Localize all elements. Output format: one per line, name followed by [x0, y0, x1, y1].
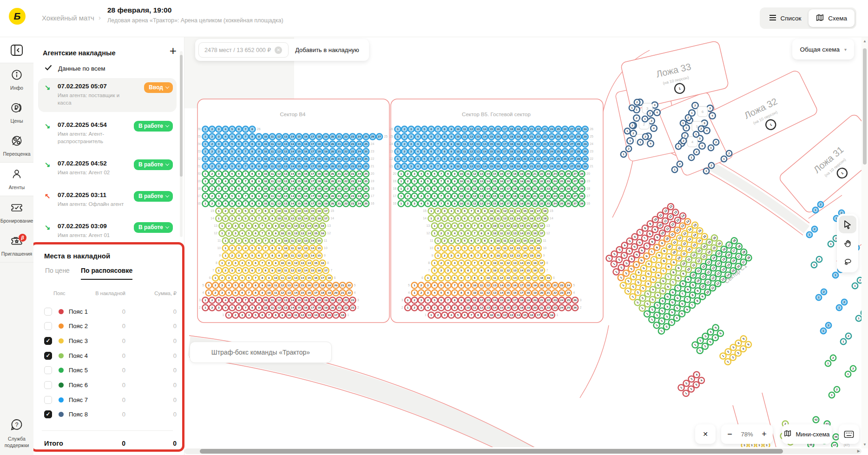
svg-text:5: 5	[354, 284, 356, 287]
svg-text:14: 14	[304, 217, 308, 220]
status-badge[interactable]: В работе	[134, 159, 173, 170]
scheme-select[interactable]: Общая схема ▾	[792, 39, 854, 59]
sidebar-item-prices[interactable]: Цены	[0, 96, 33, 129]
seat-pair[interactable]: 12	[836, 299, 847, 310]
svg-text:14: 14	[523, 246, 526, 250]
collapse-panel-icon[interactable]	[10, 44, 23, 56]
tab-by-price[interactable]: По цене	[45, 267, 70, 280]
svg-text:15: 15	[297, 150, 301, 153]
c1-yellow-ext[interactable]: 1234512345	[719, 335, 753, 366]
panel-scrollbar[interactable]	[180, 51, 183, 237]
svg-text:10: 10	[281, 261, 284, 264]
belt-checkbox[interactable]	[44, 352, 52, 360]
seat-pair[interactable]: 12	[829, 387, 840, 398]
vertical-scroll-thumb[interactable]	[863, 48, 867, 165]
sidebar-item-support[interactable]: ? Служба поддержки	[0, 418, 33, 448]
svg-text:15: 15	[317, 246, 321, 250]
belt-checkbox[interactable]	[44, 396, 52, 404]
svg-text:8: 8	[447, 187, 449, 190]
seat-pair[interactable]: 12	[845, 366, 856, 377]
invoice-row[interactable]: ↘ 07.02.2025 05:07 Имя агента: поставщик…	[38, 78, 177, 112]
view-schema-button[interactable]: Схема	[809, 9, 855, 27]
belt-checkbox[interactable]	[44, 308, 52, 316]
seating-chart[interactable]: Сектор B4Сектор B5. Гостевой сектор26261…	[184, 37, 861, 447]
c1-red-ext[interactable]: 12341234	[677, 370, 706, 398]
svg-text:21: 21	[338, 187, 341, 190]
sidebar-item-booking[interactable]: Бронирование	[0, 196, 33, 229]
svg-text:2: 2	[700, 127, 702, 130]
zoom-in-button[interactable]: +	[756, 429, 772, 439]
keyboard-shortcuts-button[interactable]	[839, 424, 859, 444]
status-badge[interactable]: Ввод	[144, 82, 173, 93]
c1-green-ext[interactable]: 1234512345	[691, 323, 725, 355]
svg-text:20: 20	[523, 142, 526, 145]
invoice-row[interactable]: ↘ 07.02.2025 03:09 Имя агента: Агент 01 …	[38, 218, 177, 245]
belt-checkbox[interactable]	[44, 337, 52, 345]
breadcrumb[interactable]: Хоккейный матч	[42, 14, 94, 22]
belt-checkbox[interactable]	[44, 381, 52, 389]
seat-pair[interactable]: 12	[825, 355, 836, 366]
close-mode-button[interactable]: ✕	[695, 424, 716, 444]
selection-input[interactable]: 2478 мест / 13 652 000 ₽ ✕	[198, 42, 289, 58]
horizontal-scroll-thumb[interactable]	[200, 449, 783, 454]
svg-text:28: 28	[577, 142, 580, 145]
horizontal-scrollbar[interactable]: ▶	[184, 448, 861, 454]
hand-icon	[843, 239, 852, 248]
add-invoice-button[interactable]: +	[170, 45, 177, 57]
pan-tool-button[interactable]	[839, 234, 856, 252]
svg-text:14: 14	[291, 157, 294, 160]
svg-text:9: 9	[258, 157, 260, 160]
minimap-button[interactable]: Мини-схема	[782, 424, 832, 444]
view-list-button[interactable]: Список	[762, 9, 809, 27]
svg-text:2: 2	[631, 124, 633, 127]
belt-checkbox[interactable]	[44, 322, 52, 330]
sidebar-item-repricing[interactable]: Переоценка	[0, 129, 33, 162]
belt-checkbox[interactable]	[44, 410, 52, 418]
seat-pair[interactable]: 12	[811, 257, 822, 268]
yandex-tickets-logo[interactable]: Б	[9, 8, 26, 25]
zoom-out-button[interactable]: −	[722, 429, 738, 439]
arena-map[interactable]: Сектор B4Сектор B5. Гостевой сектор26261…	[184, 37, 861, 447]
tab-by-belts[interactable]: По распоясовке	[81, 267, 132, 280]
svg-text:12: 12	[277, 135, 281, 138]
svg-text:19: 19	[550, 313, 553, 317]
svg-text:7: 7	[245, 202, 247, 205]
belt-checkbox[interactable]	[44, 366, 52, 374]
svg-text:4: 4	[224, 165, 226, 168]
svg-text:2: 2	[820, 203, 822, 206]
seat-pair[interactable]: 12	[821, 323, 831, 334]
sidebar-item-info[interactable]: Инфо	[0, 63, 33, 96]
clear-selection-icon[interactable]: ✕	[275, 46, 282, 54]
seat-pair[interactable]: 12	[816, 289, 827, 300]
add-to-invoice-button[interactable]: Добавить в накладную	[289, 46, 366, 53]
sector-c1[interactable]: 1234567891011121312345678910111213123456…	[600, 185, 753, 335]
status-badge[interactable]: В работе	[134, 222, 173, 233]
invoice-row[interactable]: ↘ 07.02.2025 04:54 Имя агента: Агент-рас…	[38, 117, 177, 151]
all-agents-row[interactable]: Данные по всем	[45, 61, 105, 75]
svg-text:3: 3	[646, 106, 649, 111]
svg-text:5: 5	[231, 142, 233, 145]
status-badge[interactable]: В работе	[134, 191, 173, 202]
svg-text:24: 24	[590, 142, 593, 145]
sidebar-item-agents[interactable]: Агенты	[0, 163, 33, 196]
invoice-row[interactable]: ↘ 07.02.2025 04:52 Имя агента: Агент 02 …	[38, 155, 177, 182]
lasso-tool-button[interactable]	[839, 253, 856, 270]
select-tool-button[interactable]	[839, 216, 856, 233]
svg-text:4: 4	[421, 194, 422, 198]
scroll-down-icon[interactable]: ▼	[863, 442, 867, 447]
lodge[interactable]: Ложа 31(на 10 персон)1	[778, 113, 861, 215]
seat-pair[interactable]: 12	[852, 277, 861, 289]
invoice-row[interactable]: ↖ 07.02.2025 03:11 Имя агента: Офлайн аг…	[38, 187, 177, 214]
status-badge[interactable]: В работе	[134, 121, 173, 132]
scroll-right-icon[interactable]: ▶	[857, 449, 860, 453]
seat-pair[interactable]: 12	[807, 226, 817, 237]
seat-pair[interactable]: 12	[856, 310, 861, 321]
seat-pair[interactable]: 12	[672, 161, 683, 172]
seat-pair[interactable]: 12	[841, 333, 851, 344]
scroll-up-icon[interactable]: ▲	[863, 39, 867, 43]
svg-text:13: 13	[284, 150, 287, 153]
svg-text:15: 15	[314, 261, 317, 264]
svg-text:11: 11	[467, 187, 470, 190]
vertical-scrollbar[interactable]: ▲ ▼	[861, 37, 868, 448]
sidebar-item-invitations[interactable]: β Приглашения	[0, 229, 33, 262]
